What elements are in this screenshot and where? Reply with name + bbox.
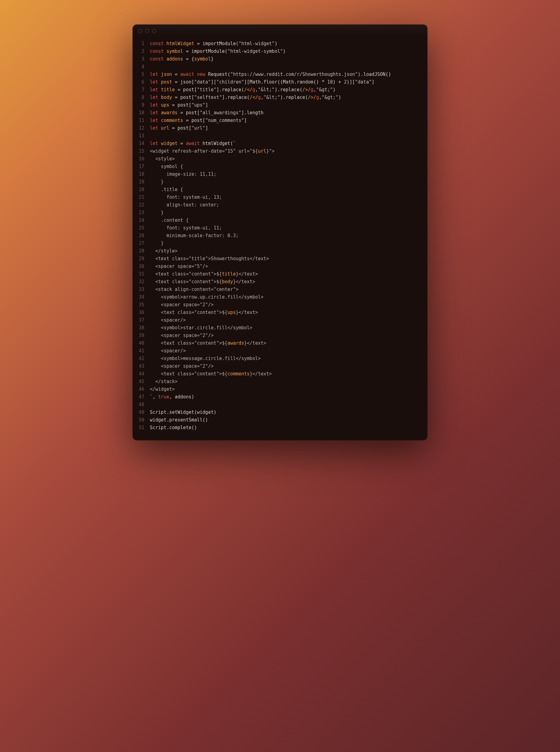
code-content[interactable]: <style>: [150, 155, 427, 163]
code-content[interactable]: </widget>: [150, 386, 427, 393]
code-line[interactable]: 16 <style>: [133, 155, 427, 163]
code-line[interactable]: 27 }: [133, 239, 427, 247]
code-content[interactable]: <text class="content">${title}</text>: [150, 270, 427, 278]
code-line[interactable]: 49Script.setWidget(widget): [133, 408, 427, 416]
code-line[interactable]: 28 </style>: [133, 247, 427, 255]
code-line[interactable]: 48: [133, 401, 427, 408]
code-content[interactable]: `, true, addons): [150, 393, 427, 401]
code-line[interactable]: 22 align-text: center;: [133, 201, 427, 209]
code-line[interactable]: 37 <spacer/>: [133, 316, 427, 324]
code-line[interactable]: 45 </stack>: [133, 378, 427, 386]
code-content[interactable]: symbol {: [150, 163, 427, 171]
code-line[interactable]: 6let post = json["data"]["children"][Mat…: [133, 78, 427, 86]
code-content[interactable]: let comments = post["num_comments"]: [150, 117, 427, 124]
code-line[interactable]: 24 .content {: [133, 216, 427, 224]
code-line[interactable]: 42 <symbol>message.circle.fill</symbol>: [133, 355, 427, 363]
code-line[interactable]: 14let widget = await htmlWidget(`: [133, 140, 427, 148]
code-content[interactable]: <symbol>message.circle.fill</symbol>: [150, 355, 427, 363]
code-content[interactable]: <text class="title">Showerthoughts</text…: [150, 255, 427, 263]
code-line[interactable]: 39 <spacer space="2"/>: [133, 332, 427, 340]
code-line[interactable]: 21 font: system-ui, 13;: [133, 194, 427, 201]
code-line[interactable]: 26 minimum-scale-factor: 0.3;: [133, 232, 427, 239]
code-content[interactable]: }: [150, 239, 427, 247]
code-content[interactable]: font: system-ui, 11;: [150, 224, 427, 232]
code-content[interactable]: }: [150, 178, 427, 186]
code-line[interactable]: 34 <symbol>arrow.up.circle.fill</symbol>: [133, 293, 427, 301]
code-line[interactable]: 43 <spacer space="2"/>: [133, 363, 427, 370]
code-content[interactable]: image-size: 11,11;: [150, 171, 427, 178]
code-line[interactable]: 51Script.complete(): [133, 424, 427, 431]
code-content[interactable]: let post = json["data"]["children"][Math…: [150, 78, 427, 86]
code-content[interactable]: }: [150, 209, 427, 216]
code-line[interactable]: 25 font: system-ui, 11;: [133, 224, 427, 232]
code-line[interactable]: 11let comments = post["num_comments"]: [133, 117, 427, 124]
code-content[interactable]: Script.setWidget(widget): [150, 408, 427, 416]
code-line[interactable]: 15<widget refresh-after-date="15" url="$…: [133, 148, 427, 155]
code-line[interactable]: 18 image-size: 11,11;: [133, 171, 427, 178]
code-line[interactable]: 13: [133, 132, 427, 140]
code-content[interactable]: [150, 132, 427, 140]
code-line[interactable]: 50widget.presentSmall(): [133, 416, 427, 424]
code-line[interactable]: 36 <text class="content">${ups}</text>: [133, 309, 427, 316]
code-line[interactable]: 8let body = post["selftext"].replace(/</…: [133, 94, 427, 101]
code-content[interactable]: let body = post["selftext"].replace(/</g…: [150, 94, 427, 101]
code-content[interactable]: align-text: center;: [150, 201, 427, 209]
code-line[interactable]: 4: [133, 63, 427, 71]
code-line[interactable]: 23 }: [133, 209, 427, 216]
code-content[interactable]: minimum-scale-factor: 0.3;: [150, 232, 427, 239]
code-line[interactable]: 30 <spacer space="5"/>: [133, 263, 427, 270]
code-content[interactable]: let awards = post["all_awardings"].lengt…: [150, 109, 427, 117]
code-content[interactable]: <symbol>arrow.up.circle.fill</symbol>: [150, 293, 427, 301]
minimize-icon[interactable]: [145, 29, 149, 33]
code-content[interactable]: .content {: [150, 216, 427, 224]
code-editor-body[interactable]: 1const htmlWidget = importModule("html-w…: [133, 37, 427, 440]
code-line[interactable]: 41 <spacer/>: [133, 347, 427, 355]
code-content[interactable]: let url = post["url"]: [150, 124, 427, 132]
code-content[interactable]: let json = await new Request("https://ww…: [150, 71, 427, 78]
code-content[interactable]: </stack>: [150, 378, 427, 386]
code-line[interactable]: 1const htmlWidget = importModule("html-w…: [133, 40, 427, 47]
code-line[interactable]: 5let json = await new Request("https://w…: [133, 71, 427, 78]
code-line[interactable]: 9let ups = post["ups"]: [133, 101, 427, 109]
code-content[interactable]: const htmlWidget = importModule("html-wi…: [150, 40, 427, 47]
code-content[interactable]: <text class="content">${awards}</text>: [150, 340, 427, 347]
code-content[interactable]: let ups = post["ups"]: [150, 101, 427, 109]
code-content[interactable]: [150, 401, 427, 408]
code-content[interactable]: const addons = {symbol}: [150, 55, 427, 63]
code-content[interactable]: [150, 63, 427, 71]
code-content[interactable]: <spacer space="2"/>: [150, 332, 427, 340]
code-content[interactable]: <symbol>star.circle.fill</symbol>: [150, 324, 427, 332]
code-content[interactable]: let title = post["title"].replace(/</g,"…: [150, 86, 427, 94]
code-content[interactable]: <text class="content">${body}</text>: [150, 278, 427, 286]
code-line[interactable]: 40 <text class="content">${awards}</text…: [133, 340, 427, 347]
zoom-icon[interactable]: [152, 29, 156, 33]
code-line[interactable]: 10let awards = post["all_awardings"].len…: [133, 109, 427, 117]
code-line[interactable]: 35 <spacer space="2"/>: [133, 301, 427, 309]
code-content[interactable]: <spacer space="5"/>: [150, 263, 427, 270]
code-content[interactable]: font: system-ui, 13;: [150, 194, 427, 201]
code-line[interactable]: 7let title = post["title"].replace(/</g,…: [133, 86, 427, 94]
code-line[interactable]: 2const symbol = importModule("html-widge…: [133, 47, 427, 55]
code-line[interactable]: 47`, true, addons): [133, 393, 427, 401]
close-icon[interactable]: [138, 29, 142, 33]
code-content[interactable]: .title {: [150, 186, 427, 194]
code-line[interactable]: 38 <symbol>star.circle.fill</symbol>: [133, 324, 427, 332]
code-line[interactable]: 3const addons = {symbol}: [133, 55, 427, 63]
code-content[interactable]: <spacer space="2"/>: [150, 363, 427, 370]
code-content[interactable]: </style>: [150, 247, 427, 255]
code-content[interactable]: widget.presentSmall(): [150, 416, 427, 424]
code-line[interactable]: 32 <text class="content">${body}</text>: [133, 278, 427, 286]
code-line[interactable]: 29 <text class="title">Showerthoughts</t…: [133, 255, 427, 263]
code-content[interactable]: <text class="content">${comments}</text>: [150, 370, 427, 378]
code-line[interactable]: 46</widget>: [133, 386, 427, 393]
code-line[interactable]: 17 symbol {: [133, 163, 427, 171]
code-line[interactable]: 20 .title {: [133, 186, 427, 194]
code-line[interactable]: 19 }: [133, 178, 427, 186]
code-content[interactable]: const symbol = importModule("html-widget…: [150, 47, 427, 55]
code-line[interactable]: 33 <stack align-content="center">: [133, 286, 427, 293]
code-content[interactable]: <stack align-content="center">: [150, 286, 427, 293]
code-content[interactable]: <widget refresh-after-date="15" url="${u…: [150, 148, 427, 155]
code-line[interactable]: 44 <text class="content">${comments}</te…: [133, 370, 427, 378]
code-line[interactable]: 12let url = post["url"]: [133, 124, 427, 132]
code-content[interactable]: let widget = await htmlWidget(`: [150, 140, 427, 148]
